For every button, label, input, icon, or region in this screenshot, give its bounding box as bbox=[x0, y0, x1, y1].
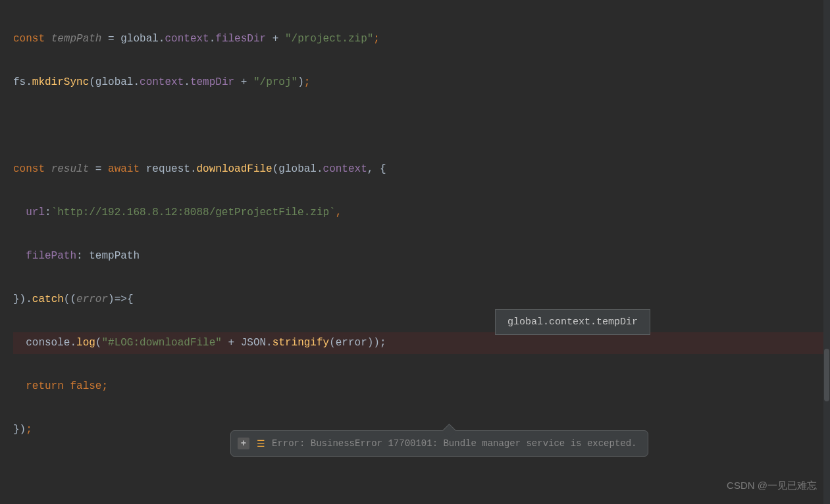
parameter: error bbox=[76, 293, 108, 305]
property: filePath bbox=[26, 250, 76, 262]
code-editor[interactable]: const tempPath = global.context.filesDir… bbox=[0, 0, 830, 504]
variable-def: result bbox=[51, 163, 90, 175]
code-line[interactable]: url:`http://192.168.8.12:8088/getProject… bbox=[13, 202, 830, 224]
code-line[interactable]: const result = await request.downloadFil… bbox=[13, 159, 830, 180]
scrollbar-thumb[interactable] bbox=[824, 349, 829, 401]
code-line[interactable]: filePath: tempPath bbox=[13, 245, 830, 267]
string: "/project.zip" bbox=[285, 33, 373, 45]
function: stringify bbox=[272, 337, 329, 349]
string: "#LOG:downloadFile" bbox=[101, 337, 221, 349]
scrollbar-track[interactable] bbox=[823, 0, 830, 504]
identifier: fs bbox=[13, 76, 26, 88]
keyword: const bbox=[13, 163, 45, 175]
property: filesDir bbox=[215, 33, 266, 45]
function: downloadFile bbox=[197, 163, 272, 175]
list-icon[interactable]: ☰ bbox=[255, 438, 267, 449]
variable-def: tempPath bbox=[51, 33, 102, 45]
code-line[interactable]: fs.mkdirSync(global.context.tempDir + "/… bbox=[13, 72, 830, 93]
error-tooltip-text: Error: BusinessError 17700101: Bundle ma… bbox=[272, 438, 637, 449]
hover-tooltip: global.context.tempDir bbox=[495, 309, 650, 335]
string: "/proj" bbox=[253, 76, 298, 88]
code-line-empty[interactable] bbox=[13, 463, 830, 484]
code-line-empty[interactable] bbox=[13, 115, 830, 137]
keyword: const bbox=[13, 33, 45, 45]
string: `http://192.168.8.12:8088/getProjectFile… bbox=[51, 207, 336, 218]
function: mkdirSync bbox=[32, 76, 89, 88]
error-tooltip[interactable]: + ☰ Error: BusinessError 17700101: Bundl… bbox=[230, 430, 648, 457]
code-line[interactable]: }).catch((error)=>{ bbox=[13, 289, 830, 311]
property: context bbox=[165, 33, 209, 45]
function: catch bbox=[32, 293, 64, 305]
property: context bbox=[140, 76, 184, 88]
watermark: CSDN @一见已难忘 bbox=[727, 480, 817, 492]
code-line-error-highlight[interactable]: console.log("#LOG:downloadFile" + JSON.s… bbox=[13, 332, 830, 354]
keyword: return bbox=[26, 380, 64, 392]
code-line[interactable]: const tempPath = global.context.filesDir… bbox=[13, 28, 830, 50]
keyword: await bbox=[108, 163, 140, 175]
property: tempDir bbox=[190, 76, 234, 88]
identifier: global bbox=[120, 33, 159, 45]
code-line[interactable]: return false; bbox=[13, 376, 830, 397]
function: log bbox=[76, 337, 95, 349]
keyword: false bbox=[70, 380, 101, 392]
property: url bbox=[26, 207, 45, 218]
tooltip-text: global.context.tempDir bbox=[507, 316, 638, 328]
plus-icon[interactable]: + bbox=[238, 438, 249, 449]
